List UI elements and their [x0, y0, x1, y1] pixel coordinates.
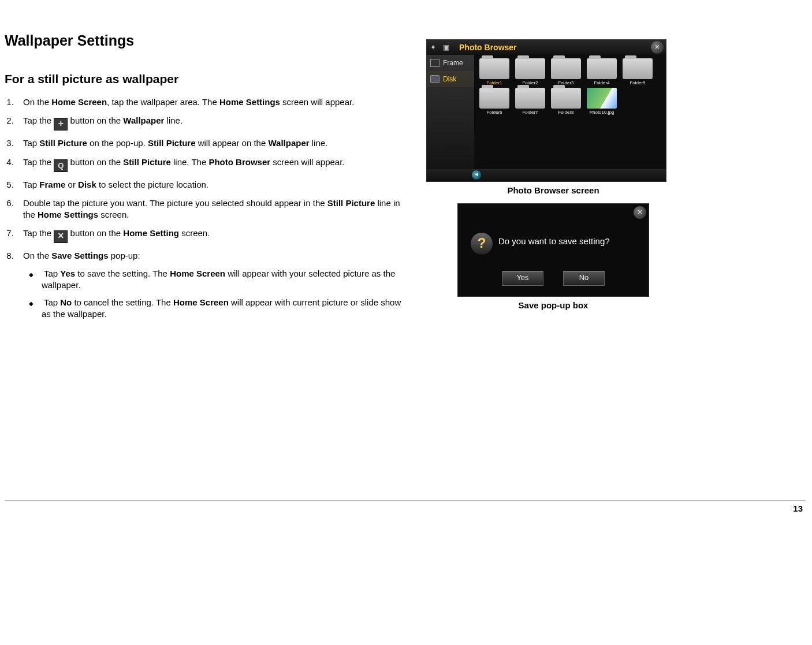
sp-text: Do you want to save setting? [498, 236, 610, 246]
save-popup-caption: Save pop-up box [426, 300, 680, 310]
step-2: Tap the button on the Wallpaper line. [16, 115, 409, 131]
yes-button[interactable]: Yes [502, 271, 543, 286]
step-4: Tap the button on the Still Picture line… [16, 156, 409, 172]
pb-side-disk[interactable]: Disk [427, 71, 474, 87]
pb-folder[interactable]: Folder4 [585, 58, 619, 85]
step-3: Tap Still Picture on the pop-up. Still P… [16, 137, 409, 149]
pb-folder[interactable]: Folder1 [478, 58, 511, 85]
step-7: Tap the button on the Home Setting scree… [16, 228, 409, 243]
pb-folder[interactable]: Folder5 [621, 58, 654, 85]
pb-title: Photo Browser [459, 43, 651, 52]
plus-icon [54, 118, 68, 131]
sub-bullets: Tap Yes to save the setting. The Home Sc… [23, 268, 409, 320]
page-footer: 13 [5, 501, 805, 513]
pb-back-icon[interactable]: ◄ [472, 170, 481, 180]
page-title: Wallpaper Settings [5, 32, 409, 49]
disk-icon [430, 75, 439, 83]
question-icon: ? [471, 233, 493, 255]
pb-photo[interactable]: Photo10.jpg [585, 88, 619, 115]
pb-titlebar: ✦ ▣ Photo Browser × [427, 40, 666, 55]
no-button[interactable]: No [563, 271, 605, 286]
search-icon [54, 159, 68, 172]
steps-list: On the Home Screen, tap the wallpaper ar… [5, 96, 409, 320]
pb-grid: Folder1 Folder2 Folder3 Folder4 Folder5 … [474, 55, 666, 169]
step-1: On the Home Screen, tap the wallpaper ar… [16, 96, 409, 108]
photo-icon: ▣ [443, 43, 456, 51]
pb-sidebar: Frame Disk [427, 55, 474, 169]
bullet-yes: Tap Yes to save the setting. The Home Sc… [42, 268, 409, 292]
pb-folder[interactable]: Folder2 [513, 58, 547, 85]
pb-close-icon[interactable]: × [651, 41, 664, 54]
frame-icon [430, 59, 439, 67]
pb-folder[interactable]: Folder8 [549, 88, 583, 115]
bullet-no: Tap No to cancel the setting. The Home S… [42, 297, 409, 320]
photo-browser-caption: Photo Browser screen [426, 185, 680, 195]
section-title: For a still picture as wallpaper [5, 72, 409, 86]
pb-side-frame[interactable]: Frame [427, 55, 474, 71]
step-6: Double tap the picture you want. The pic… [16, 197, 409, 221]
pb-folder[interactable]: Folder7 [513, 88, 547, 115]
pb-bottom-bar: ◄ [427, 169, 666, 181]
step-8: On the Save Settings pop-up: Tap Yes to … [16, 250, 409, 320]
photo-browser-screenshot: ✦ ▣ Photo Browser × Frame Disk Folder1 F… [426, 39, 666, 182]
step-5: Tap Frame or Disk to select the picture … [16, 179, 409, 191]
pb-folder[interactable]: Folder3 [549, 58, 583, 85]
close-icon [54, 230, 68, 243]
sparkle-icon: ✦ [430, 43, 443, 51]
sp-close-icon[interactable]: × [634, 206, 646, 219]
page-number: 13 [793, 504, 803, 513]
save-popup-screenshot: × ? Do you want to save setting? Yes No [457, 203, 649, 297]
pb-folder[interactable]: Folder6 [478, 88, 511, 115]
